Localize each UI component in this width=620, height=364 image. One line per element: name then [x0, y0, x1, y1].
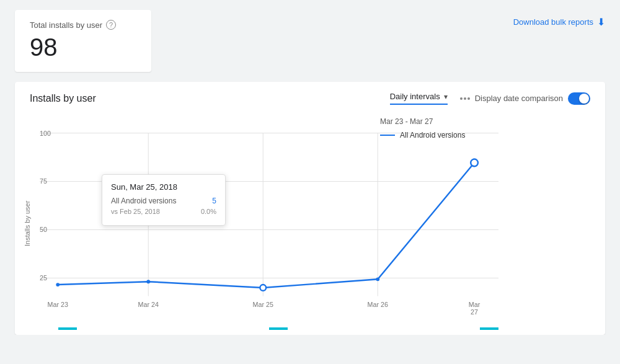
tick-spacer1	[77, 327, 269, 330]
tooltip-vs-label: vs Feb 25, 2018	[111, 208, 160, 215]
chart-area: Installs by user 100 75 50 25	[15, 112, 605, 335]
help-icon[interactable]: ?	[106, 20, 116, 30]
bottom-ticks	[40, 325, 498, 335]
interval-label: Daily intervals	[390, 92, 440, 101]
chevron-down-icon: ▾	[444, 92, 448, 101]
data-point-mar23	[56, 283, 60, 286]
top-section: Total installs by user ? 98 Download bul…	[0, 0, 620, 72]
stat-card-label: Total installs by user	[30, 20, 102, 30]
svg-text:Mar: Mar	[469, 301, 480, 308]
tick-mar25	[269, 327, 288, 330]
svg-text:50: 50	[40, 226, 47, 233]
tooltip-vs-value: 0.0%	[201, 208, 216, 215]
svg-text:25: 25	[40, 274, 47, 282]
date-comparison-label: Display date comparison	[475, 94, 563, 103]
legend-item: All Android versions	[380, 131, 489, 140]
tooltip-date: Sun, Mar 25, 2018	[111, 182, 216, 192]
svg-text:100: 100	[40, 130, 51, 137]
chart-header: Installs by user Daily intervals ▾ Displ…	[15, 92, 605, 112]
legend-line-icon	[380, 135, 395, 136]
y-axis-label: Installs by user	[15, 112, 40, 335]
tooltip-vs-row: vs Feb 25, 2018 0.0%	[111, 208, 216, 215]
svg-text:Mar 25: Mar 25	[253, 301, 273, 308]
svg-text:Mar 24: Mar 24	[138, 301, 159, 308]
legend-date-range: Mar 23 - Mar 27	[380, 117, 489, 126]
top-right: Download bulk reports ⬇	[513, 10, 605, 28]
stat-value: 98	[30, 35, 136, 60]
chart-legend: Mar 23 - Mar 27 All Android versions	[380, 112, 489, 144]
svg-text:Mar 23: Mar 23	[48, 301, 68, 308]
tick-mar23	[58, 327, 77, 330]
download-icon: ⬇	[597, 16, 605, 28]
toggle-knob	[579, 94, 589, 104]
data-point-mar24	[146, 280, 150, 283]
svg-text:27: 27	[471, 308, 478, 316]
chart-title: Installs by user	[30, 93, 96, 104]
date-comparison: Display date comparison	[460, 92, 590, 105]
svg-text:Mar 26: Mar 26	[368, 301, 388, 308]
tooltip-series-label: All Android versions	[111, 197, 176, 205]
tick-mar27	[480, 327, 498, 330]
data-point-mar25[interactable]	[260, 285, 266, 291]
chart-section: Installs by user Daily intervals ▾ Displ…	[15, 82, 605, 335]
chart-controls: Daily intervals ▾ Display date compariso…	[390, 92, 590, 105]
tick-spacer2	[288, 327, 480, 330]
svg-text:75: 75	[40, 177, 47, 185]
tooltip-series-value: 5	[212, 197, 216, 205]
tooltip-series-row: All Android versions 5	[111, 197, 216, 205]
chart-tooltip: Sun, Mar 25, 2018 All Android versions 5…	[102, 174, 226, 226]
legend-series-label: All Android versions	[400, 131, 465, 140]
download-label: Download bulk reports	[513, 17, 593, 27]
dots-icon	[460, 97, 470, 100]
chart-svg-container: 100 75 50 25	[40, 112, 498, 325]
chart-content: 100 75 50 25	[40, 112, 620, 335]
interval-selector[interactable]: Daily intervals ▾	[390, 92, 448, 105]
stat-card-title: Total installs by user ?	[30, 20, 136, 30]
display-date-comparison-toggle[interactable]	[568, 92, 590, 105]
stat-card: Total installs by user ? 98	[15, 10, 151, 72]
data-point-mar26	[376, 277, 379, 281]
data-point-mar27[interactable]	[471, 159, 478, 167]
download-link[interactable]: Download bulk reports ⬇	[513, 16, 605, 28]
